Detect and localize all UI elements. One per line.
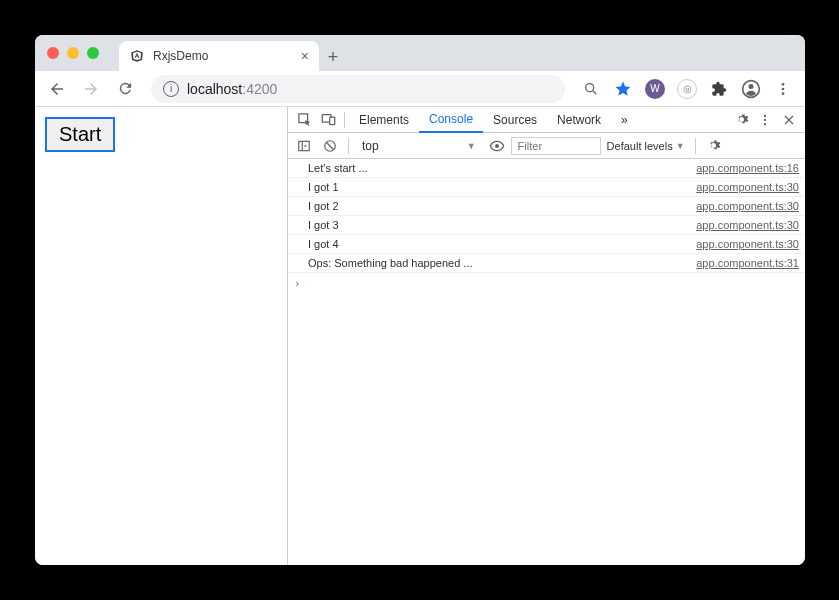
svg-line-1 bbox=[593, 91, 596, 94]
svg-point-6 bbox=[782, 92, 785, 95]
svg-point-11 bbox=[764, 118, 766, 120]
log-message: I got 4 bbox=[308, 238, 696, 250]
console-toolbar: top ▼ Default levels ▼ bbox=[288, 133, 805, 159]
titlebar: RxjsDemo × + bbox=[35, 35, 805, 71]
extensions-icon[interactable] bbox=[705, 75, 733, 103]
svg-point-3 bbox=[749, 84, 754, 89]
back-button[interactable] bbox=[43, 75, 71, 103]
svg-point-5 bbox=[782, 87, 785, 90]
tab-network[interactable]: Network bbox=[547, 107, 611, 132]
svg-rect-13 bbox=[299, 141, 310, 150]
close-window-button[interactable] bbox=[47, 47, 59, 59]
extension-2-icon[interactable]: ◎ bbox=[673, 75, 701, 103]
levels-label: Default levels bbox=[607, 140, 673, 152]
site-info-icon[interactable]: i bbox=[163, 81, 179, 97]
window-controls bbox=[35, 35, 111, 71]
forward-button[interactable] bbox=[77, 75, 105, 103]
console-output: Let's start ...app.component.ts:16 I got… bbox=[288, 159, 805, 565]
log-message: I got 2 bbox=[308, 200, 696, 212]
console-row: Let's start ...app.component.ts:16 bbox=[288, 159, 805, 178]
browser-window: RxjsDemo × + i localhost:4200 W bbox=[35, 35, 805, 565]
reload-button[interactable] bbox=[111, 75, 139, 103]
bookmark-star-icon[interactable] bbox=[609, 75, 637, 103]
log-source-link[interactable]: app.component.ts:30 bbox=[696, 200, 799, 212]
filter-input[interactable] bbox=[511, 137, 601, 155]
console-settings-icon[interactable] bbox=[702, 134, 726, 158]
tab-title: RxjsDemo bbox=[153, 49, 293, 63]
browser-tab[interactable]: RxjsDemo × bbox=[119, 41, 319, 71]
divider bbox=[348, 138, 349, 154]
svg-point-4 bbox=[782, 83, 785, 86]
zoom-icon[interactable] bbox=[577, 75, 605, 103]
context-value: top bbox=[362, 139, 379, 153]
tab-console[interactable]: Console bbox=[419, 108, 483, 133]
chevron-down-icon: ▼ bbox=[467, 141, 476, 151]
console-prompt[interactable]: › bbox=[288, 273, 805, 294]
divider bbox=[695, 138, 696, 154]
log-message: I got 1 bbox=[308, 181, 696, 193]
maximize-window-button[interactable] bbox=[87, 47, 99, 59]
inspect-element-icon[interactable] bbox=[292, 108, 316, 132]
tab-elements[interactable]: Elements bbox=[349, 107, 419, 132]
minimize-window-button[interactable] bbox=[67, 47, 79, 59]
devtools-panel: Elements Console Sources Network » bbox=[287, 107, 805, 565]
extension-1-icon[interactable]: W bbox=[641, 75, 669, 103]
context-selector[interactable]: top ▼ bbox=[355, 136, 483, 156]
log-source-link[interactable]: app.component.ts:16 bbox=[696, 162, 799, 174]
console-row: I got 1app.component.ts:30 bbox=[288, 178, 805, 197]
angular-favicon-icon bbox=[129, 48, 145, 64]
toolbar-right-icons: W ◎ bbox=[577, 75, 797, 103]
log-levels-selector[interactable]: Default levels ▼ bbox=[603, 140, 689, 152]
log-message: Ops: Something bad happened ... bbox=[308, 257, 696, 269]
clear-console-icon[interactable] bbox=[318, 134, 342, 158]
console-sidebar-toggle-icon[interactable] bbox=[292, 134, 316, 158]
live-expression-icon[interactable] bbox=[485, 134, 509, 158]
svg-point-17 bbox=[495, 144, 499, 148]
chevron-down-icon: ▼ bbox=[676, 141, 685, 151]
profile-icon[interactable] bbox=[737, 75, 765, 103]
devtools-menu-icon[interactable] bbox=[753, 108, 777, 132]
devtools-tabbar: Elements Console Sources Network » bbox=[288, 107, 805, 133]
svg-point-12 bbox=[764, 122, 766, 124]
browser-toolbar: i localhost:4200 W ◎ bbox=[35, 71, 805, 107]
new-tab-button[interactable]: + bbox=[319, 43, 347, 71]
tab-sources[interactable]: Sources bbox=[483, 107, 547, 132]
content-area: Start Elements Console Sources Network » bbox=[35, 107, 805, 565]
devtools-close-icon[interactable] bbox=[777, 108, 801, 132]
device-toolbar-icon[interactable] bbox=[316, 108, 340, 132]
log-source-link[interactable]: app.component.ts:30 bbox=[696, 238, 799, 250]
svg-rect-9 bbox=[329, 117, 334, 125]
page-viewport: Start bbox=[35, 107, 287, 565]
console-row: I got 2app.component.ts:30 bbox=[288, 197, 805, 216]
svg-point-10 bbox=[764, 114, 766, 116]
address-bar[interactable]: i localhost:4200 bbox=[151, 75, 565, 103]
divider bbox=[344, 112, 345, 128]
console-row: I got 4app.component.ts:30 bbox=[288, 235, 805, 254]
svg-line-16 bbox=[327, 142, 334, 149]
log-source-link[interactable]: app.component.ts:31 bbox=[696, 257, 799, 269]
start-button[interactable]: Start bbox=[45, 117, 115, 152]
log-message: Let's start ... bbox=[308, 162, 696, 174]
log-source-link[interactable]: app.component.ts:30 bbox=[696, 181, 799, 193]
devtools-settings-icon[interactable] bbox=[729, 108, 753, 132]
tab-close-icon[interactable]: × bbox=[301, 48, 309, 64]
url-text: localhost:4200 bbox=[187, 81, 277, 97]
browser-menu-icon[interactable] bbox=[769, 75, 797, 103]
console-row: I got 3app.component.ts:30 bbox=[288, 216, 805, 235]
log-source-link[interactable]: app.component.ts:30 bbox=[696, 219, 799, 231]
browser-tabs: RxjsDemo × + bbox=[119, 35, 347, 71]
log-message: I got 3 bbox=[308, 219, 696, 231]
svg-point-0 bbox=[586, 83, 594, 91]
console-row: Ops: Something bad happened ...app.compo… bbox=[288, 254, 805, 273]
tab-overflow[interactable]: » bbox=[611, 107, 638, 132]
